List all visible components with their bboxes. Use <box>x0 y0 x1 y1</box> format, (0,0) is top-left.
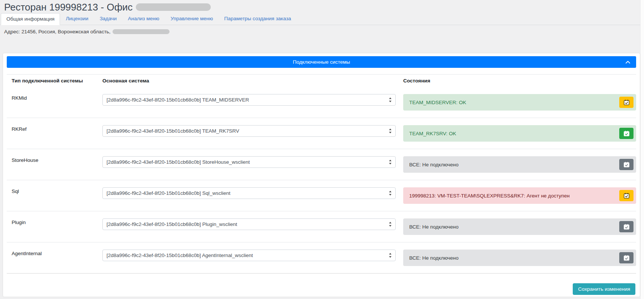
main-system-selected-value: [2d8a996c-f9c2-43ef-8f20-15b01cb68c0b] T… <box>107 97 249 103</box>
tab-4[interactable]: Управление меню <box>165 13 219 25</box>
main-system-select[interactable]: [2d8a996c-f9c2-43ef-8f20-15b01cb68c0b] T… <box>102 125 396 137</box>
select-arrows-icon <box>389 190 392 196</box>
tab-bar: Общая информацияЛицензииЗадачиАнализ мен… <box>0 13 644 25</box>
page-title: Ресторан 199998213 - Офис <box>0 0 644 12</box>
address-text: Адрес: 21456, Россия, Воронежская област… <box>4 29 111 34</box>
calendar-check-button[interactable] <box>619 190 633 201</box>
calendar-check-icon <box>623 223 630 230</box>
main-system-cell: [2d8a996c-f9c2-43ef-8f20-15b01cb68c0b] S… <box>102 187 396 199</box>
calendar-check-button[interactable] <box>619 97 633 108</box>
main-system-selected-value: [2d8a996c-f9c2-43ef-8f20-15b01cb68c0b] S… <box>107 190 230 196</box>
system-type-label: StoreHouse <box>12 156 95 163</box>
select-arrows-icon <box>389 253 392 258</box>
main-system-selected-value: [2d8a996c-f9c2-43ef-8f20-15b01cb68c0b] T… <box>107 128 239 134</box>
system-type-label: AgentInternal <box>12 250 95 256</box>
connected-systems-card: Подключенные системы Тип подключенной си… <box>3 53 640 297</box>
tab-1[interactable]: Лицензии <box>60 13 94 25</box>
main-system-select[interactable]: [2d8a996c-f9c2-43ef-8f20-15b01cb68c0b] P… <box>102 218 396 230</box>
main-system-cell: [2d8a996c-f9c2-43ef-8f20-15b01cb68c0b] P… <box>102 218 396 230</box>
chevron-up-icon[interactable] <box>625 59 631 65</box>
column-header-main-system: Основная система <box>102 78 396 84</box>
calendar-check-icon <box>623 254 630 262</box>
main-system-cell: [2d8a996c-f9c2-43ef-8f20-15b01cb68c0b] S… <box>102 156 396 168</box>
tab-3[interactable]: Анализ меню <box>122 13 165 25</box>
status-text: 199998213: VM-TEST-TEAM\SQLEXPRESS&RK7: … <box>409 193 570 199</box>
calendar-check-button[interactable] <box>619 128 633 139</box>
select-arrows-icon <box>389 97 392 103</box>
table-row: AgentInternal [2d8a996c-f9c2-43ef-8f20-1… <box>7 242 636 273</box>
status-badge: ВСЕ: Не подключено <box>403 156 636 173</box>
calendar-check-button[interactable] <box>619 159 633 170</box>
status-badge: ВСЕ: Не подключено <box>403 250 636 266</box>
scrollbar-track[interactable] <box>640 0 644 299</box>
main-system-selected-value: [2d8a996c-f9c2-43ef-8f20-15b01cb68c0b] P… <box>107 221 237 227</box>
save-changes-button[interactable]: Сохранить изменения <box>573 283 635 295</box>
connected-systems-header[interactable]: Подключенные системы <box>7 56 636 68</box>
status-text: TEAM_MIDSERVER: OK <box>409 100 466 105</box>
system-type-label: RKRef <box>12 125 95 132</box>
status-text: ВСЕ: Не подключено <box>409 224 459 230</box>
tab-0[interactable]: Общая информация <box>1 13 60 25</box>
status-text: ВСЕ: Не подключено <box>409 162 459 167</box>
redacted-title-text <box>136 3 211 11</box>
status-badge: ВСЕ: Не подключено <box>403 218 636 235</box>
status-badge: TEAM_MIDSERVER: OK <box>403 94 636 111</box>
calendar-check-button[interactable] <box>619 252 633 263</box>
main-system-selected-value: [2d8a996c-f9c2-43ef-8f20-15b01cb68c0b] S… <box>107 159 250 165</box>
column-header-states: Состояния <box>403 78 636 84</box>
table-row: Sql [2d8a996c-f9c2-43ef-8f20-15b01cb68c0… <box>7 180 636 211</box>
calendar-check-button[interactable] <box>619 221 633 232</box>
card-footer: Сохранить изменения <box>7 273 636 295</box>
select-arrows-icon <box>389 159 392 165</box>
status-badge: 199998213: VM-TEST-TEAM\SQLEXPRESS&RK7: … <box>403 187 636 204</box>
status-badge: TEAM_RK7SRV: OK <box>403 125 636 142</box>
main-system-select[interactable]: [2d8a996c-f9c2-43ef-8f20-15b01cb68c0b] S… <box>102 156 396 168</box>
app-window: Ресторан 199998213 - Офис Общая информац… <box>0 0 644 299</box>
page-title-text: Ресторан 199998213 - Офис <box>4 1 133 13</box>
main-system-select[interactable]: [2d8a996c-f9c2-43ef-8f20-15b01cb68c0b] A… <box>102 250 396 261</box>
select-arrows-icon <box>389 128 392 134</box>
table-row: RKRef [2d8a996c-f9c2-43ef-8f20-15b01cb68… <box>7 118 636 149</box>
redacted-address-text <box>113 29 170 34</box>
system-type-label: Plugin <box>12 218 95 225</box>
tab-2[interactable]: Задачи <box>94 13 122 25</box>
column-header-type: Тип подключенной системы <box>12 78 95 84</box>
table-row: StoreHouse [2d8a996c-f9c2-43ef-8f20-15b0… <box>7 149 636 180</box>
panel-header-label: Подключенные системы <box>293 59 350 65</box>
main-system-cell: [2d8a996c-f9c2-43ef-8f20-15b01cb68c0b] T… <box>102 125 396 137</box>
table-body: RKMid [2d8a996c-f9c2-43ef-8f20-15b01cb68… <box>7 87 636 273</box>
table-header-row: Тип подключенной системы Основная систем… <box>7 75 636 87</box>
main-system-selected-value: [2d8a996c-f9c2-43ef-8f20-15b01cb68c0b] A… <box>107 253 253 258</box>
calendar-check-icon <box>623 161 630 168</box>
table-row: Plugin [2d8a996c-f9c2-43ef-8f20-15b01cb6… <box>7 211 636 242</box>
main-system-cell: [2d8a996c-f9c2-43ef-8f20-15b01cb68c0b] T… <box>102 94 396 106</box>
main-system-select[interactable]: [2d8a996c-f9c2-43ef-8f20-15b01cb68c0b] S… <box>102 187 396 199</box>
calendar-check-icon <box>623 130 630 137</box>
tab-5[interactable]: Параметры создания заказа <box>219 13 297 25</box>
system-type-label: RKMid <box>12 94 95 101</box>
status-text: TEAM_RK7SRV: OK <box>409 131 456 136</box>
main-system-cell: [2d8a996c-f9c2-43ef-8f20-15b01cb68c0b] A… <box>102 250 396 261</box>
status-text: ВСЕ: Не подключено <box>409 255 459 261</box>
calendar-check-icon <box>623 192 630 199</box>
systems-table: Тип подключенной системы Основная систем… <box>7 74 636 273</box>
calendar-check-icon <box>623 99 630 106</box>
address-line: Адрес: 21456, Россия, Воронежская област… <box>4 29 644 34</box>
table-row: RKMid [2d8a996c-f9c2-43ef-8f20-15b01cb68… <box>7 87 636 118</box>
system-type-label: Sql <box>12 187 95 194</box>
main-system-select[interactable]: [2d8a996c-f9c2-43ef-8f20-15b01cb68c0b] T… <box>102 94 396 106</box>
select-arrows-icon <box>389 221 392 227</box>
